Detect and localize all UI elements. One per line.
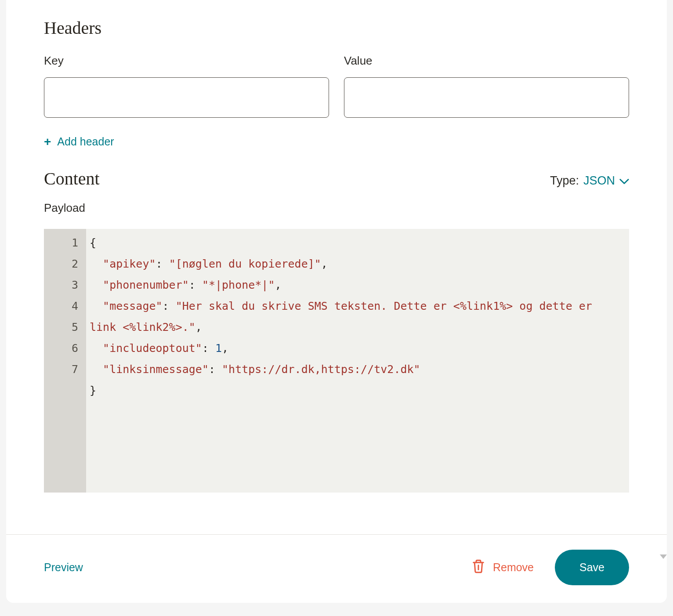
content-title: Content [44,168,100,189]
remove-button[interactable]: Remove [472,559,534,576]
gutter-line: 2 [44,254,81,275]
code-line: "phonenumber": "*|phone*|", [90,275,624,296]
code-line: "linksinmessage": "https://dr.dk,https:/… [90,359,624,380]
editor-gutter: 1234567 [44,229,86,493]
settings-panel: Headers Key Value + Add header Content T… [6,0,667,603]
gutter-line: 4 [44,296,81,317]
headers-title: Headers [44,18,629,38]
editor-code-lines[interactable]: { "apikey": "[nøglen du kopierede]", "ph… [86,229,629,493]
code-line: "message": "Her skal du skrive SMS tekst… [90,296,624,338]
add-header-label: Add header [57,135,114,148]
value-column: Value [344,54,629,118]
gutter-line: 3 [44,275,81,296]
footer-right: Remove Save [472,550,629,585]
gutter-line: 7 [44,359,81,380]
code-line: "apikey": "[nøglen du kopierede]", [90,254,624,275]
preview-button[interactable]: Preview [44,561,83,574]
type-label: Type: [550,174,579,188]
code-line: { [90,232,624,254]
add-header-button[interactable]: + Add header [44,135,114,148]
code-line: "includeoptout": 1, [90,338,624,359]
gutter-line: 5 [44,317,81,338]
payload-editor[interactable]: 1234567 { "apikey": "[nøglen du kopiered… [44,229,629,493]
key-label: Key [44,54,329,68]
gutter-line: 6 [44,338,81,359]
headers-row: Key Value [44,54,629,118]
save-button[interactable]: Save [555,550,629,585]
scroll-down-indicator[interactable] [660,554,667,559]
gutter-line: 1 [44,232,81,254]
remove-label: Remove [493,561,534,574]
header-key-input[interactable] [44,77,329,118]
code-line: } [90,380,624,401]
content-type-selector[interactable]: Type: JSON [550,174,629,188]
footer-left: Preview [44,561,83,574]
payload-label: Payload [44,201,629,215]
chevron-down-icon [619,178,629,185]
value-label: Value [344,54,629,68]
content-area: Headers Key Value + Add header Content T… [44,0,629,534]
header-value-input[interactable] [344,77,629,118]
plus-icon: + [44,136,51,148]
trash-icon [472,559,485,576]
type-value: JSON [583,174,615,188]
key-column: Key [44,54,329,118]
footer: Preview Remove Save [6,534,667,603]
content-header-row: Content Type: JSON [44,148,629,201]
